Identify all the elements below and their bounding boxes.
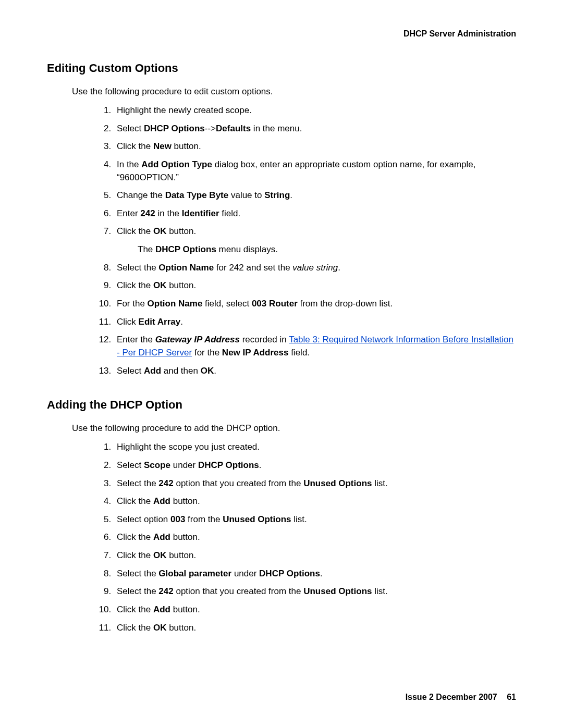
step2-5: Select option 003 from the Unused Option… [114,513,516,526]
section1-steps: Highlight the newly created scope. Selec… [47,104,516,377]
step2-1: Highlight the scope you just created. [114,441,516,454]
step-1: Highlight the newly created scope. [114,104,516,117]
step-7: Click the OK button. The DHCP Options me… [114,225,516,256]
footer-page-number: 61 [507,693,516,701]
step-3: Click the New button. [114,140,516,153]
step-12: Enter the Gateway IP Address recorded in… [114,334,516,359]
step2-7: Click the OK button. [114,549,516,562]
section2-intro: Use the following procedure to add the D… [72,423,516,434]
step-9: Click the OK button. [114,279,516,292]
step2-2: Select Scope under DHCP Options. [114,459,516,472]
document-page: DHCP Server Administration Editing Custo… [0,0,563,728]
section-heading-editing: Editing Custom Options [47,61,516,75]
step2-4: Click the Add button. [114,495,516,508]
step-5: Change the Data Type Byte value to Strin… [114,189,516,202]
step2-3: Select the 242 option that you created f… [114,477,516,490]
step-13: Select Add and then OK. [114,365,516,378]
page-header: DHCP Server Administration [47,29,516,39]
step2-9: Select the 242 option that you created f… [114,585,516,598]
step-2: Select DHCP Options-->Defaults in the me… [114,122,516,135]
step2-6: Click the Add button. [114,531,516,544]
footer-issue: Issue 2 December 2007 [406,693,497,701]
section2-steps: Highlight the scope you just created. Se… [47,441,516,634]
step2-11: Click the OK button. [114,622,516,635]
section-heading-adding: Adding the DHCP Option [47,398,516,412]
step2-8: Select the Global parameter under DHCP O… [114,567,516,581]
step-4: In the Add Option Type dialog box, enter… [114,158,516,184]
page-footer: Issue 2 December 2007 61 [406,693,516,702]
step-11: Click Edit Array. [114,316,516,329]
step2-10: Click the Add button. [114,603,516,616]
step-8: Select the Option Name for 242 and set t… [114,262,516,275]
step-6: Enter 242 in the Identifier field. [114,207,516,220]
step-7-sub: The DHCP Options menu displays. [138,243,516,256]
section1-intro: Use the following procedure to edit cust… [72,87,516,97]
step-10: For the Option Name field, select 003 Ro… [114,298,516,311]
